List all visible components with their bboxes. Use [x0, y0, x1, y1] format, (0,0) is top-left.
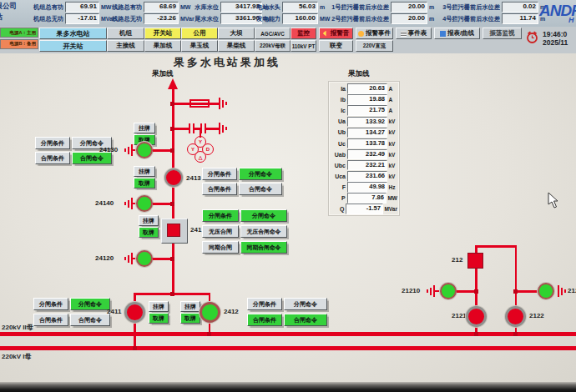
device-label-2413: 2413	[186, 174, 201, 182]
disconnector-2412[interactable]	[200, 302, 220, 323]
breaker-241[interactable]	[167, 224, 180, 237]
open-condition-button-24130[interactable]: 分闸条件	[35, 137, 70, 149]
bus2-label: 220kV II母	[2, 323, 33, 332]
speaker-icon	[323, 31, 329, 37]
measurement-value: 133.92	[347, 117, 387, 128]
mouse-cursor	[548, 192, 559, 209]
earthing-switch-21210[interactable]	[440, 283, 457, 299]
value-box: 20.00	[391, 2, 427, 13]
tag-button-241[interactable]: 挂牌	[139, 215, 159, 226]
close-condition-button-24130[interactable]: 合闸条件	[35, 152, 70, 164]
value-box: 68.69	[144, 2, 179, 13]
tab-main-wiring[interactable]: 主接线	[107, 40, 144, 52]
oscillation-monitor-button[interactable]: 振荡监视	[483, 28, 522, 39]
breaker-212[interactable]	[467, 253, 483, 269]
untag-button-2412[interactable]: 取牌	[180, 313, 200, 324]
close-condition-button-2411[interactable]: 合闸条件	[33, 314, 68, 326]
tag-button-2411[interactable]: 挂牌	[149, 301, 169, 312]
tag-button-2413[interactable]: 挂牌	[134, 166, 155, 177]
tab-interconnect-transformer[interactable]: 联变	[319, 40, 353, 52]
open-command-button-2413[interactable]: 分闸命令	[239, 168, 282, 180]
tab-units[interactable]: 机组	[107, 28, 144, 39]
untag-button-2411[interactable]: 取牌	[149, 313, 169, 324]
alarm-clock-icon	[525, 30, 539, 44]
tab-switch-station[interactable]: 开关站	[144, 28, 181, 39]
device-label-241: 241	[190, 226, 201, 234]
tab-guochai-line[interactable]: 果柴线	[218, 40, 255, 52]
tab-guojia-line[interactable]: 果加线	[144, 40, 181, 52]
measurement-value: 133.78	[347, 138, 387, 149]
earthing-switch-24130[interactable]	[136, 142, 153, 158]
measurement-value: 232.21	[347, 160, 387, 171]
event-list-button[interactable]: 事件表	[396, 28, 432, 39]
tab-switchyard-area[interactable]: 开关站	[39, 40, 107, 52]
alarm-events-button[interactable]: 报警事件	[356, 28, 393, 39]
bell-icon	[358, 31, 364, 37]
measurement-value: 231.66	[347, 171, 387, 182]
value-box: -23.26	[144, 13, 179, 24]
tab-agc-avc[interactable]: AGC/AVC	[255, 28, 291, 39]
tab-dam[interactable]: 大坝	[218, 28, 255, 39]
earthing-switch-24120[interactable]	[136, 250, 153, 267]
close-command-button-2413[interactable]: 合闸命令	[239, 183, 282, 195]
disconnector-2411[interactable]	[124, 302, 145, 323]
device-label-21220: 21220	[568, 287, 576, 294]
tag-button-24130[interactable]: 挂牌	[134, 123, 155, 133]
clock-time: 19:46:0	[543, 30, 576, 38]
tab-guoyu-line[interactable]: 果玉线	[181, 40, 218, 52]
device-label-2412: 2412	[224, 308, 239, 315]
tab-110kv-pt[interactable]: 110kV PT	[291, 40, 316, 52]
earthing-switch-21220[interactable]	[538, 283, 554, 299]
tag-button-2412[interactable]: 挂牌	[180, 301, 200, 312]
tab-220kv-bustie[interactable]: 220kV母联	[255, 40, 291, 52]
station-name: 电站	[0, 13, 3, 23]
close-command-button-2411[interactable]: 合闸命令	[70, 314, 110, 326]
feeder-main-line	[172, 88, 174, 294]
capacitor-icon	[189, 123, 190, 133]
pt-winding-icon: △	[195, 151, 206, 163]
device-label-212: 212	[452, 256, 462, 264]
earthing-switch-24140[interactable]	[136, 195, 153, 212]
open-command-button-2411[interactable]: 分闸命令	[70, 298, 110, 310]
list-icon	[401, 31, 407, 37]
alarm-sound-button[interactable]: 报警音	[319, 28, 353, 39]
tab-monitor[interactable]: 监控	[291, 28, 316, 39]
ground-icon	[124, 202, 126, 205]
telemetry-header: 有限公司 电站 机组总有功 69.91 MW 线路总有功 68.69 MW 水库…	[0, 0, 576, 28]
novoltage-close-button-241[interactable]: 无压合闸	[202, 225, 239, 238]
close-command-button-2412[interactable]: 合闸命令	[284, 314, 327, 326]
sync-close-button-241[interactable]: 同期合闸	[202, 241, 239, 254]
untag-button-2413[interactable]: 取牌	[134, 178, 155, 188]
telemetry-item: 发电能力 160.00 MW	[249, 14, 330, 24]
disconnector-2122[interactable]	[505, 306, 526, 327]
telemetry-item: 2号拦污栅前后水位差 20.00 m	[324, 14, 434, 24]
hmi-screen: 有限公司 电站 机组总有功 69.91 MW 线路总有功 68.69 MW 水库…	[0, 0, 576, 392]
close-command-button-24130[interactable]: 合闸命令	[72, 152, 112, 164]
open-condition-button-2412[interactable]: 分闸条件	[247, 298, 282, 310]
open-condition-button-241[interactable]: 分闸条件	[202, 209, 239, 222]
telemetry-item: 机组总无功 -17.01 MVar	[8, 14, 115, 24]
close-condition-button-2412[interactable]: 合闸条件	[247, 314, 282, 326]
reports-curves-button[interactable]: 报表/曲线	[434, 28, 480, 39]
feeder-label-right: 果加线	[348, 69, 370, 79]
bus1-label: 220kV I母	[2, 352, 32, 361]
tab-common[interactable]: 公用	[181, 28, 218, 39]
open-command-button-241[interactable]: 分闸命令	[240, 209, 287, 222]
open-command-button-2412[interactable]: 分闸命令	[284, 298, 327, 310]
tab-station[interactable]: 果多水电站	[39, 28, 107, 39]
clock-date: 2025/11	[543, 38, 576, 47]
novoltage-close-command-button-241[interactable]: 无压合闸命令	[240, 225, 287, 238]
measurement-value: 232.49	[347, 149, 387, 160]
chart-icon	[440, 31, 446, 37]
measurement-value: 7.86	[347, 193, 387, 204]
tab-220v-dc[interactable]: 220V直流	[356, 40, 393, 52]
disconnector-2413[interactable]	[164, 168, 183, 187]
sync-close-command-button-241[interactable]: 同期合闸命令	[240, 241, 287, 254]
disconnector-2121[interactable]	[466, 306, 487, 327]
open-condition-button-2411[interactable]: 分闸条件	[33, 298, 68, 310]
value-box: 69.91	[65, 2, 99, 13]
open-condition-button-2413[interactable]: 分闸条件	[202, 168, 237, 180]
ground-icon	[219, 98, 220, 109]
untag-button-241[interactable]: 取牌	[139, 227, 159, 238]
close-condition-button-2413[interactable]: 合闸条件	[202, 183, 237, 195]
